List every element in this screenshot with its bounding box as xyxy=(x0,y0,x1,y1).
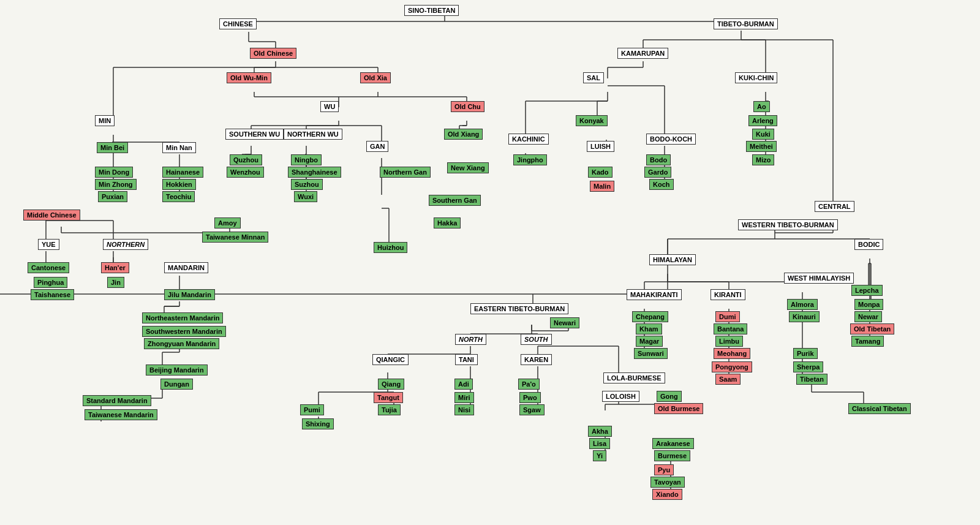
node-sunwari: Sunwari xyxy=(634,348,668,359)
node-yi: Yi xyxy=(593,450,606,461)
node-beijing-mandarin: Beijing Mandarin xyxy=(146,364,208,376)
node-lepcha: Lepcha xyxy=(851,285,883,296)
node-ningbo: Ningbo xyxy=(291,154,322,165)
node-gan: GAN xyxy=(366,141,388,152)
node-taiwanese-mandarin: Taiwanese Mandarin xyxy=(85,409,157,420)
node-pwo: Pwo xyxy=(519,392,541,403)
node-teochiu: Teochiu xyxy=(162,191,195,202)
node-old-xia: Old Xia xyxy=(360,72,391,83)
node-min: MIN xyxy=(95,115,115,126)
node-saam: Saam xyxy=(715,374,741,385)
node-pyu: Pyu xyxy=(654,464,674,475)
node-western-tibeto-burman: WESTERN TIBETO-BURMAN xyxy=(738,219,838,230)
node-sherpa: Sherpa xyxy=(793,361,823,372)
node-monpa: Monpa xyxy=(854,299,883,310)
node-qiangic: QIANGIC xyxy=(372,354,409,365)
node-luish: LUISH xyxy=(587,141,614,152)
node-hokkien: Hokkien xyxy=(162,179,196,190)
node-kamarupan: KAMARUPAN xyxy=(617,48,668,59)
node-min-zhong: Min Zhong xyxy=(95,179,137,190)
node-shanghainese: Shanghainese xyxy=(288,167,341,178)
node-lisa: Lisa xyxy=(589,438,610,449)
node-arakanese: Arakanese xyxy=(652,438,694,449)
tree-lines xyxy=(0,0,968,525)
node-kachinic: KACHINIC xyxy=(508,134,549,145)
node-tibeto-burman: TIBETO-BURMAN xyxy=(714,18,778,29)
node-koch: Koch xyxy=(649,179,674,190)
node-jin: Jin xyxy=(107,277,124,288)
node-amoy: Amoy xyxy=(214,217,241,229)
node-xiando: Xiando xyxy=(652,489,682,500)
node-arleng: Arleng xyxy=(748,115,777,126)
node-kado: Kado xyxy=(588,167,612,178)
node-himalayan: HIMALAYAN xyxy=(649,254,696,265)
node-karen: KAREN xyxy=(521,354,552,365)
node-old-tibetan: Old Tibetan xyxy=(850,323,894,334)
node-min-nan: Min Nan xyxy=(162,142,196,153)
node-tani: TANI xyxy=(455,354,478,365)
node-chepang: Chepang xyxy=(632,311,668,322)
node-wenzhou: Wenzhou xyxy=(227,167,264,178)
node-new-xiang: New Xiang xyxy=(447,162,489,173)
node-old-chinese: Old Chinese xyxy=(250,48,296,59)
node-newari: Newari xyxy=(550,317,579,328)
node-southern-wu: SOUTHERN WU xyxy=(225,129,284,140)
node-puxian: Puxian xyxy=(98,191,127,202)
node-jilu-mandarin: Jilu Mandarin xyxy=(164,289,215,300)
node-purik: Purik xyxy=(793,348,818,359)
node-sal: SAL xyxy=(583,72,604,83)
node-central: CENTRAL xyxy=(815,201,854,212)
node-qiang: Qiang xyxy=(378,379,404,390)
node-classical-tibetan: Classical Tibetan xyxy=(848,403,911,414)
node-paos: Pa'o xyxy=(518,379,540,390)
node-tangut: Tangut xyxy=(374,392,403,403)
node-dungan: Dungan xyxy=(160,379,193,390)
node-gardo: Gardo xyxy=(644,167,671,178)
node-mandarin: MANDARIN xyxy=(164,262,208,273)
node-kiranti: KIRANTI xyxy=(710,289,745,300)
node-meithei: Meithei xyxy=(746,141,777,152)
node-bodic: BODIC xyxy=(854,239,883,250)
node-chinese: CHINESE xyxy=(219,18,257,29)
node-mizo: Mizo xyxy=(752,154,774,165)
node-middle-chinese: Middle Chinese xyxy=(23,210,80,221)
node-loloish: LOLOISH xyxy=(602,391,639,402)
node-kuki: Kuki xyxy=(752,129,774,140)
node-suzhou: Suzhou xyxy=(291,179,323,190)
node-old-chu: Old Chu xyxy=(451,101,484,112)
node-nisi: Nisi xyxy=(454,404,474,415)
node-west-himalayish: WEST HIMALAYISH xyxy=(784,273,854,284)
node-old-wu-min: Old Wu-Min xyxy=(227,72,271,83)
node-mahakiranti: MAHAKIRANTI xyxy=(627,289,682,300)
node-northern-wu: NORTHERN WU xyxy=(284,129,342,140)
node-min-dong: Min Dong xyxy=(95,167,133,178)
node-almora: Almora xyxy=(787,299,818,310)
node-southwestern-mandarin: Southwestern Mandarin xyxy=(142,326,226,337)
node-northeastern-mandarin: Northeastern Mandarin xyxy=(142,312,223,323)
node-old-burmese: Old Burmese xyxy=(654,403,703,414)
node-bodo-koch: BODO-KOCH xyxy=(646,134,696,145)
node-tujia: Tujia xyxy=(378,404,401,415)
node-malin: Malin xyxy=(590,181,614,192)
node-northern: NORTHERN xyxy=(103,239,148,250)
node-konyak: Konyak xyxy=(576,115,608,126)
node-bodo: Bodo xyxy=(646,154,671,165)
node-pumi: Pumi xyxy=(300,404,324,415)
node-burmese: Burmese xyxy=(654,450,690,461)
node-adi: Adi xyxy=(454,379,473,390)
node-dumi: Dumi xyxy=(715,311,740,322)
node-eastern-tibeto-burman: EASTERN TIBETO-BURMAN xyxy=(470,303,568,314)
node-jingpho: Jingpho xyxy=(513,154,547,165)
node-gong: Gong xyxy=(657,391,682,402)
node-tibetan: Tibetan xyxy=(796,374,827,385)
node-sino-tibetan: SINO-TIBETAN xyxy=(404,5,459,16)
node-kham: Kham xyxy=(636,323,662,334)
node-pinghua: Pinghua xyxy=(34,277,67,288)
node-huizhou: Huizhou xyxy=(374,242,407,253)
node-bantana: Bantana xyxy=(714,323,747,334)
node-min-bei: Min Bei xyxy=(97,142,128,153)
node-yue: YUE xyxy=(38,239,59,250)
node-limbu: Limbu xyxy=(715,336,743,347)
node-taiwanese-minnan: Taiwanese Minnan xyxy=(202,232,268,243)
node-lola-burmese: LOLA-BURMESE xyxy=(603,372,665,383)
